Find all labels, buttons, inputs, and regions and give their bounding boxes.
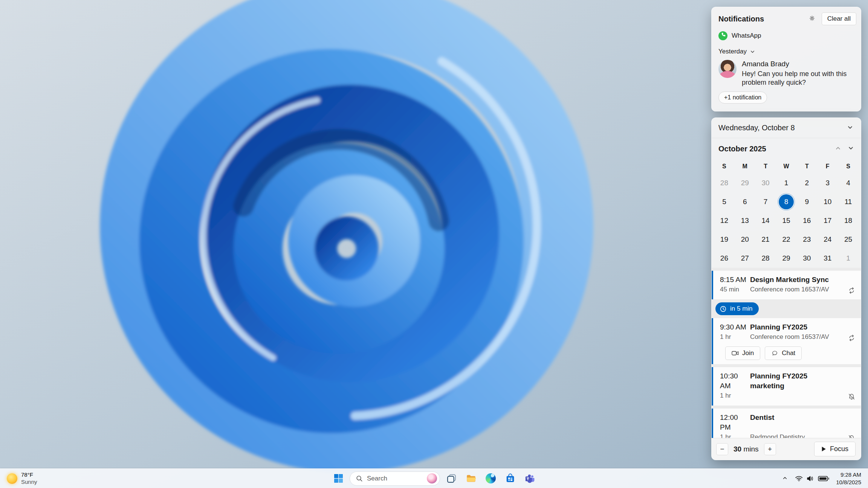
agenda-event[interactable]: 9:30 AMPlanning FY20251 hrConference roo… [712, 318, 861, 364]
weather-temp: 78°F [21, 471, 33, 479]
focus-duration-unit: mins [743, 445, 758, 453]
day-number: 11 [841, 194, 856, 209]
day-number: 26 [717, 251, 732, 266]
clear-all-button[interactable]: Clear all [822, 12, 856, 25]
bell-off-icon[interactable] [846, 392, 857, 401]
decrease-focus-button[interactable]: − [716, 443, 728, 455]
calendar-day-30[interactable]: 30 [796, 249, 817, 268]
agenda-event[interactable]: 12:00 PMDentist1 hrRedmond Dentistry [712, 409, 861, 438]
calendar-day-28[interactable]: 28 [714, 174, 735, 192]
calendar-day-29[interactable]: 29 [735, 174, 755, 192]
calendar-day-3[interactable]: 3 [817, 174, 838, 192]
calendar-day-28[interactable]: 28 [755, 249, 776, 268]
calendar-grid: 2829301234567891011121314151617181920212… [712, 174, 861, 268]
notification-settings-button[interactable] [806, 12, 819, 25]
gear-icon [809, 15, 815, 22]
focus-button[interactable]: Focus [814, 442, 856, 456]
day-number: 17 [820, 213, 835, 228]
taskbar-right: 9:28 AM 10/8/2025 [779, 469, 865, 488]
calendar-day-18[interactable]: 18 [838, 211, 859, 230]
taskbar-clock[interactable]: 9:28 AM 10/8/2025 [834, 470, 865, 487]
start-icon [333, 473, 344, 483]
calendar-day-22[interactable]: 22 [776, 230, 797, 249]
calendar-day-1[interactable]: 1 [838, 249, 859, 268]
calendar-day-31[interactable]: 31 [817, 249, 838, 268]
prev-month-button[interactable] [831, 142, 844, 155]
calendar-day-1[interactable]: 1 [776, 174, 797, 192]
day-number: 21 [758, 232, 773, 247]
calendar-day-5[interactable]: 5 [714, 192, 735, 211]
join-button[interactable]: Join [725, 346, 760, 360]
calendar-day-25[interactable]: 25 [838, 230, 859, 249]
day-number: 16 [799, 213, 815, 228]
search-highlight-image[interactable] [427, 473, 437, 483]
notification-section-header[interactable]: Yesterday [712, 43, 861, 58]
calendar-day-20[interactable]: 20 [735, 230, 755, 249]
bell-off-icon[interactable] [846, 433, 857, 438]
teams-button[interactable] [521, 470, 538, 487]
notification-app-group[interactable]: WhatsApp [712, 28, 861, 43]
calendar-day-14[interactable]: 14 [755, 211, 776, 230]
calendar-date-header: Wednesday, October 8 [718, 124, 844, 132]
teams-icon [525, 473, 535, 483]
calendar-day-29[interactable]: 29 [776, 249, 797, 268]
calendar-day-8[interactable]: 8 [776, 192, 797, 211]
event-duration: 1 hr [720, 392, 750, 401]
tray-chevron-button[interactable] [779, 471, 790, 486]
edge-icon [486, 473, 496, 483]
search-placeholder: Search [367, 475, 423, 482]
day-number: 30 [799, 251, 815, 266]
calendar-day-17[interactable]: 17 [817, 211, 838, 230]
agenda-event[interactable]: 8:15 AMDesign Marketing Sync45 minConfer… [712, 271, 861, 299]
weather-text: 78°F Sunny [21, 471, 37, 486]
chat-button-label: Chat [782, 349, 795, 357]
calendar-day-27[interactable]: 27 [735, 249, 755, 268]
agenda-event[interactable]: 10:30 AMPlanning FY2025 marketing1 hr [712, 367, 861, 406]
calendar-day-16[interactable]: 16 [796, 211, 817, 230]
calendar-day-26[interactable]: 26 [714, 249, 735, 268]
next-month-button[interactable] [844, 142, 857, 155]
edge-button[interactable] [482, 470, 499, 487]
calendar-day-21[interactable]: 21 [755, 230, 776, 249]
calendar-day-19[interactable]: 19 [714, 230, 735, 249]
calendar-day-7[interactable]: 7 [755, 192, 776, 211]
calendar-day-30[interactable]: 30 [755, 174, 776, 192]
event-duration: 45 min [720, 285, 750, 295]
file-explorer-button[interactable] [463, 470, 479, 487]
chevron-down-icon [848, 145, 854, 152]
chat-button[interactable]: Chat [765, 346, 802, 360]
store-button[interactable] [502, 470, 518, 487]
sun-icon [7, 473, 17, 484]
weather-widget[interactable]: 78°F Sunny [2, 470, 42, 487]
focus-duration-value: 30 [734, 445, 741, 453]
day-number: 2 [799, 175, 815, 191]
repeat-icon[interactable] [846, 285, 857, 295]
day-number: 31 [820, 251, 835, 266]
collapse-calendar-button[interactable] [844, 122, 856, 134]
taskbar-search[interactable]: Search [350, 471, 440, 486]
calendar-day-24[interactable]: 24 [817, 230, 838, 249]
calendar-day-15[interactable]: 15 [776, 211, 797, 230]
system-tray-group[interactable] [791, 472, 833, 485]
increase-focus-button[interactable]: + [764, 443, 776, 455]
task-view-button[interactable] [443, 470, 460, 487]
calendar-day-9[interactable]: 9 [796, 192, 817, 211]
repeat-icon[interactable] [846, 333, 857, 343]
search-icon [356, 475, 363, 482]
day-number: 9 [799, 194, 815, 209]
more-notifications-button[interactable]: +1 notification [718, 92, 767, 104]
calendar-day-6[interactable]: 6 [735, 192, 755, 211]
day-number: 3 [820, 175, 835, 191]
day-number: 6 [737, 194, 752, 209]
notification-item[interactable]: Amanda Brady Hey! Can you help me out wi… [712, 58, 861, 92]
calendar-day-23[interactable]: 23 [796, 230, 817, 249]
start-button[interactable] [330, 470, 347, 487]
calendar-day-11[interactable]: 11 [838, 192, 859, 211]
calendar-day-12[interactable]: 12 [714, 211, 735, 230]
day-number: 13 [737, 213, 752, 228]
calendar-day-2[interactable]: 2 [796, 174, 817, 192]
calendar-day-10[interactable]: 10 [817, 192, 838, 211]
calendar-day-4[interactable]: 4 [838, 174, 859, 192]
focus-bar: − 30 mins + Focus [712, 438, 861, 460]
calendar-day-13[interactable]: 13 [735, 211, 755, 230]
